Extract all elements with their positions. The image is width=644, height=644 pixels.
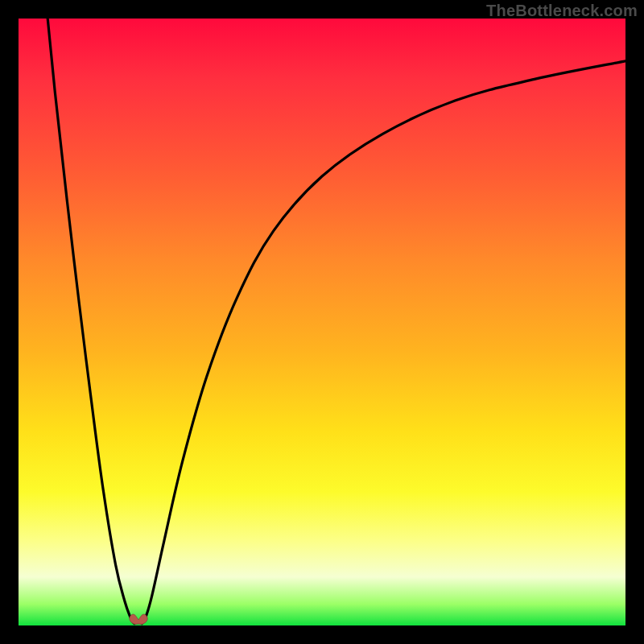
curve-right-branch: [142, 61, 625, 624]
watermark-text: TheBottleneck.com: [486, 2, 638, 20]
plot-area: [19, 19, 625, 625]
outer-frame: TheBottleneck.com: [0, 0, 644, 644]
bottleneck-curve: [19, 19, 625, 625]
curve-left-branch: [47, 19, 134, 624]
